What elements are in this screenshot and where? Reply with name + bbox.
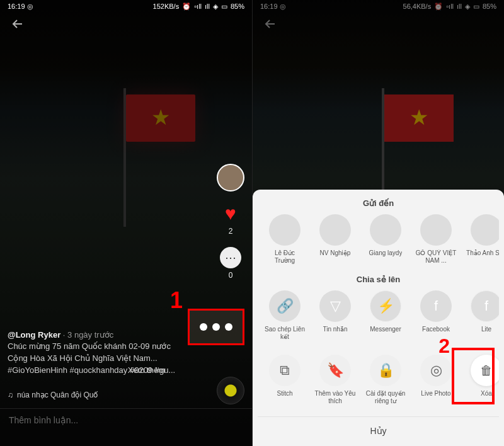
contact-chip[interactable]: Lê Đức Trường: [264, 214, 306, 265]
battery-icon: ▭: [221, 3, 227, 11]
contact-name: NV Nghiệp: [320, 249, 351, 257]
share-icon: ⚡: [370, 290, 401, 322]
contact-chip[interactable]: GỖ QUÝ VIỆT NAM ...: [415, 214, 457, 265]
share-chip[interactable]: fFacebook: [415, 290, 457, 341]
see-more-button[interactable]: Xem thêm: [128, 365, 165, 377]
contact-chip[interactable]: NV Nghiệp: [314, 214, 356, 265]
signal-icon: ▫ıll: [194, 3, 202, 10]
status-bar: 16:19 ◎ 152KB/s ⏰ ▫ıll ıll ◈ ▭ 85%: [0, 0, 252, 13]
username[interactable]: @Long Ryker: [8, 330, 60, 340]
contact-name: Giang laydy: [369, 249, 403, 257]
profile-avatar[interactable]: [217, 164, 244, 192]
status-netspeed: 152KB/s: [153, 3, 180, 10]
share-chip[interactable]: ▽Tin nhắn: [314, 290, 356, 341]
cancel-button[interactable]: Hủy: [258, 416, 499, 440]
action-icon: 🔖: [319, 355, 351, 386]
music-title: núa nhạc Quân đội Quố: [17, 391, 98, 399]
action-rail: ♥ 2 ⋯ 0: [217, 164, 244, 280]
comment-placeholder: Thêm bình luận...: [9, 415, 78, 425]
music-disc[interactable]: [217, 377, 244, 404]
left-screenshot: 16:19 ◎ 152KB/s ⏰ ▫ıll ıll ◈ ▭ 85% ♥ 2 ⋯…: [0, 0, 252, 446]
contact-chip[interactable]: Giang laydy: [365, 214, 406, 265]
avatar: [471, 214, 499, 246]
comment-button[interactable]: ⋯: [220, 247, 241, 268]
share-on-title: Chia sẻ lên: [258, 275, 499, 284]
share-icon: f: [471, 290, 499, 322]
right-screenshot: 16:19 ◎ 56,4KB/s ⏰ ▫ıll ıll ◈ ▭ 85% Gửi …: [252, 0, 504, 446]
action-name: Cài đặt quyền riêng tư: [365, 390, 406, 405]
caption-text: Chúc mừng 75 năm Quốc khánh 02-09 nước C…: [8, 341, 171, 363]
action-icon: ◎: [420, 355, 452, 386]
dim-overlay: [0, 0, 252, 446]
action-chip[interactable]: 🔖Thêm vào Yêu thích: [314, 355, 356, 405]
action-name: Thêm vào Yêu thích: [314, 390, 356, 405]
share-icon: ▽: [319, 290, 351, 322]
avatar: [370, 214, 401, 246]
share-sheet: Gửi đến Lê Đức TrườngNV NghiệpGiang layd…: [253, 190, 504, 446]
share-name: Messenger: [370, 326, 401, 333]
signal-icon-2: ıll: [205, 3, 210, 10]
share-name: Tin nhắn: [323, 326, 348, 333]
action-icon: 🔒: [370, 355, 401, 386]
callout-2: 2: [438, 334, 450, 358]
share-name: Facebook: [422, 326, 450, 333]
comment-count: 0: [229, 271, 233, 280]
contact-name: Lê Đức Trường: [264, 249, 306, 265]
action-chip[interactable]: ⧉Stitch: [264, 355, 306, 405]
more-button[interactable]: [188, 309, 244, 345]
contact-name: GỖ QUÝ VIỆT NAM ...: [415, 249, 457, 265]
music-icon: [8, 391, 13, 399]
action-icon: ⧉: [269, 355, 301, 386]
callout-1: 1: [170, 287, 183, 314]
video-caption: @Long Ryker · 3 ngày trước Chúc mừng 75 …: [8, 329, 176, 377]
share-name: Lite: [481, 326, 491, 333]
wifi-icon: ◈: [213, 3, 218, 11]
back-icon[interactable]: [10, 16, 25, 34]
more-icon: [200, 323, 232, 331]
like-button[interactable]: ♥: [225, 203, 236, 224]
post-time: 3 ngày trước: [67, 330, 113, 340]
share-icon: 🔗: [269, 290, 301, 322]
comment-input[interactable]: Thêm bình luận...: [0, 408, 252, 446]
alarm-icon: ⏰: [182, 3, 191, 11]
action-name: Live Photo: [421, 390, 450, 397]
share-chip[interactable]: 🔗Sao chép Liên kết: [264, 290, 306, 341]
share-chip[interactable]: ⚡Messenger: [365, 290, 406, 341]
action-chip[interactable]: ◎Live Photo: [415, 355, 457, 405]
like-count: 2: [229, 227, 233, 236]
delete-highlight: [452, 348, 495, 404]
action-chip[interactable]: 🔒Cài đặt quyền riêng tư: [365, 355, 406, 405]
avatar: [269, 214, 301, 246]
avatar: [420, 214, 452, 246]
share-icon: f: [420, 290, 452, 322]
share-name: Sao chép Liên kết: [264, 326, 306, 341]
contact-chip[interactable]: Thảo Anh Súa: [466, 214, 499, 265]
contacts-row: Lê Đức TrườngNV NghiệpGiang laydyGỖ QUÝ …: [258, 214, 499, 275]
contact-name: Thảo Anh Súa: [466, 249, 499, 257]
send-to-title: Gửi đến: [258, 198, 499, 208]
share-row: 🔗Sao chép Liên kết▽Tin nhắn⚡MessengerfFa…: [258, 290, 499, 351]
action-name: Stitch: [277, 390, 292, 397]
battery-pct: 85%: [231, 3, 244, 10]
chrome-icon: ◎: [27, 3, 33, 11]
avatar: [319, 214, 351, 246]
share-chip[interactable]: fLite: [466, 290, 499, 341]
status-time: 16:19: [8, 3, 25, 10]
music-row[interactable]: núa nhạc Quân đội Quố: [8, 391, 98, 399]
